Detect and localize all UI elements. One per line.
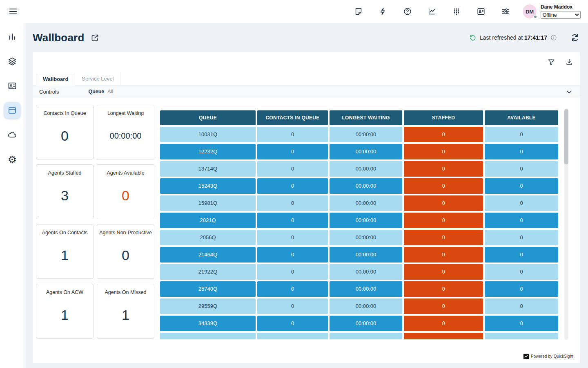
table-row: 25740Q000:00:0000 (160, 281, 558, 297)
table-scrollbar[interactable] (564, 108, 568, 340)
table-row (160, 333, 558, 339)
table-cell-queue: 12232Q (160, 144, 256, 159)
table-cell-staffed: 0 (404, 195, 483, 211)
chevron-down-icon[interactable] (564, 87, 574, 97)
table-cell-staffed: 0 (404, 178, 483, 194)
table-cell-available: 0 (485, 316, 558, 331)
user-block: DM Dane Maddox Offline (523, 4, 581, 19)
sidebar-item-settings[interactable]: ⚙ (4, 151, 20, 168)
table-row: 15981Q000:00:0000 (160, 195, 558, 211)
refresh-status-icon (469, 34, 477, 42)
table-cell-staffed: 0 (404, 264, 483, 280)
controls-label: Controls (39, 89, 59, 95)
notes-icon[interactable] (354, 7, 363, 16)
kpi-card: Contacts In Queue0 (36, 105, 94, 159)
table-cell-longest_waiting: 00:00:00 (330, 230, 402, 245)
last-refreshed-time: 17:41:17 (524, 34, 547, 41)
table-cell-queue: 21922Q (160, 264, 256, 280)
kpi-card: Longest Waiting00:00:00 (97, 105, 154, 159)
table-cell-available: 0 (485, 195, 558, 211)
table-cell-longest_waiting: 00:00:00 (330, 264, 402, 280)
table-cell-available: 0 (485, 213, 558, 228)
table-cell-longest_waiting: 00:00:00 (330, 161, 402, 177)
last-refreshed-label: Last refreshed at (480, 34, 523, 41)
table-cell-available: 0 (485, 144, 558, 159)
table-cell-available: 0 (485, 264, 558, 280)
table-cell-queue: 15243Q (160, 178, 256, 194)
card-actions (546, 57, 574, 67)
table-cell-longest_waiting: 00:00:00 (330, 178, 402, 194)
scrollbar-thumb[interactable] (564, 109, 568, 164)
sidebar-item-layers[interactable] (4, 53, 20, 70)
table-cell-contacts_in_queue: 0 (257, 161, 328, 177)
kpi-label: Longest Waiting (97, 110, 154, 116)
tab-service-level[interactable]: Service Level (75, 73, 120, 85)
last-refreshed-text: Last refreshed at 17:41:17 (480, 34, 547, 41)
attribution: Powered by QuickSight (523, 354, 573, 359)
table-cell-longest_waiting (330, 333, 402, 339)
kpi-label: Agents Staffed (36, 170, 93, 176)
user-meta: Dane Maddox Offline (541, 4, 581, 19)
download-icon[interactable] (564, 57, 574, 67)
table-cell-available (485, 333, 558, 339)
table-cell-contacts_in_queue: 0 (257, 264, 328, 280)
filter-icon[interactable] (546, 57, 556, 67)
lightning-icon[interactable] (378, 7, 388, 16)
table-cell-longest_waiting: 00:00:00 (330, 281, 402, 297)
help-icon[interactable] (403, 7, 412, 16)
table-cell-queue: 34339Q (160, 316, 256, 331)
topbar-actions (354, 7, 510, 16)
page-title: Wallboard (33, 31, 85, 44)
table-cell-contacts_in_queue: 0 (257, 281, 328, 297)
table-cell-longest_waiting: 00:00:00 (330, 195, 402, 211)
table-cell-queue: 2056Q (160, 230, 256, 245)
metrics-icon[interactable] (427, 7, 437, 16)
tab-wallboard[interactable]: Wallboard (36, 73, 75, 85)
kpi-label: Contacts In Queue (36, 110, 93, 116)
kpi-value: 00:00:00 (97, 116, 154, 159)
kpi-card: Agents Non-Productive0 (97, 224, 154, 279)
sidebar-item-bar-chart[interactable] (4, 29, 20, 45)
table-cell-available: 0 (485, 127, 558, 142)
table-row: 21464Q000:00:0000 (160, 247, 558, 263)
sidebar-item-cloud[interactable] (4, 127, 20, 143)
table-row: 34339Q000:00:0000 (160, 316, 558, 331)
table-cell-staffed: 0 (404, 247, 483, 263)
refresh-group: Last refreshed at 17:41:17 (469, 33, 580, 43)
table-body: 10031Q000:00:000012232Q000:00:000013714Q… (160, 127, 558, 339)
queue-filter-value[interactable]: All (107, 89, 113, 94)
sidebar-item-id-card[interactable] (4, 78, 20, 94)
table-cell-contacts_in_queue: 0 (257, 230, 328, 245)
kpi-value: 3 (36, 176, 93, 219)
table-cell-longest_waiting: 00:00:00 (330, 247, 402, 263)
avatar[interactable]: DM (523, 4, 537, 18)
table-header-row: QUEUECONTACTS IN QUEUELONGEST WAITINGSTA… (160, 110, 558, 125)
info-icon[interactable] (550, 34, 557, 41)
kpi-value: 1 (36, 236, 93, 278)
kpi-value: 0 (36, 116, 93, 159)
external-link-icon[interactable] (90, 33, 100, 43)
table-cell-available: 0 (485, 178, 558, 194)
table-cell-contacts_in_queue: 0 (257, 195, 328, 211)
sync-icon[interactable] (570, 33, 580, 43)
queue-table: QUEUECONTACTS IN QUEUELONGEST WAITINGSTA… (160, 110, 558, 339)
presence-dot-icon (533, 15, 537, 19)
dialpad-icon[interactable] (452, 7, 461, 16)
directory-icon[interactable] (476, 7, 486, 16)
table-cell-available: 0 (485, 281, 558, 297)
sidebar-item-window[interactable] (4, 102, 20, 119)
kpi-label: Agents On Contacts (36, 230, 93, 236)
status-select[interactable]: Offline (541, 11, 581, 19)
hamburger-icon[interactable] (8, 7, 18, 16)
kpi-value: 1 (36, 295, 93, 338)
kpi-grid: Contacts In Queue0Longest Waiting00:00:0… (36, 105, 154, 339)
table-row: 21922Q000:00:0000 (160, 264, 558, 280)
kpi-label: Agents On Missed (97, 289, 154, 295)
table-cell-staffed: 0 (404, 281, 483, 297)
table-row: 10031Q000:00:0000 (160, 127, 558, 142)
table-cell-contacts_in_queue: 0 (257, 316, 328, 331)
column-header: CONTACTS IN QUEUE (257, 110, 328, 125)
table-cell-staffed: 0 (404, 161, 483, 177)
table-cell-contacts_in_queue: 0 (257, 178, 328, 194)
sliders-icon[interactable] (501, 7, 510, 16)
